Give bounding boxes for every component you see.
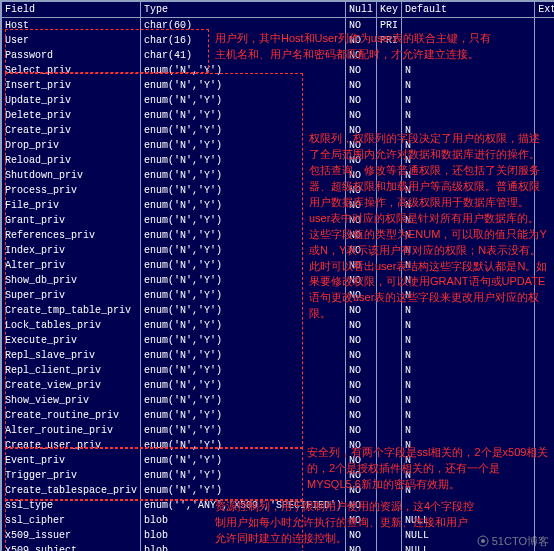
cell-key	[377, 543, 402, 551]
table-row: Repl_client_privenum('N','Y')NON	[2, 363, 555, 378]
cell-field: Shutdown_priv	[2, 168, 141, 183]
cell-key	[377, 348, 402, 363]
cell-default: N	[402, 378, 535, 393]
cell-default	[402, 498, 535, 513]
cell-null: NO	[346, 303, 377, 318]
cell-field: Execute_priv	[2, 333, 141, 348]
cell-field: Process_priv	[2, 183, 141, 198]
cell-key	[377, 423, 402, 438]
cell-type: enum('N','Y')	[141, 348, 346, 363]
cell-type: blob	[141, 543, 346, 551]
cell-key	[377, 333, 402, 348]
cell-default: N	[402, 318, 535, 333]
table-row: Create_view_privenum('N','Y')NON	[2, 378, 555, 393]
cell-key	[377, 363, 402, 378]
cell-field: x509_subject	[2, 543, 141, 551]
table-row: Insert_privenum('N','Y')NON	[2, 78, 555, 93]
cell-null: NO	[346, 408, 377, 423]
hdr-type: Type	[141, 2, 346, 18]
cell-default: N	[402, 228, 535, 243]
cell-field: Repl_client_priv	[2, 363, 141, 378]
cell-field: Create_tablespace_priv	[2, 483, 141, 498]
cell-field: Trigger_priv	[2, 468, 141, 483]
svg-point-1	[481, 539, 485, 543]
cell-default: N	[402, 303, 535, 318]
cell-type: enum('N','Y')	[141, 318, 346, 333]
table-row: Index_privenum('N','Y')NON	[2, 243, 555, 258]
cell-type: enum('N','Y')	[141, 243, 346, 258]
cell-null: NO	[346, 468, 377, 483]
cell-null: NO	[346, 138, 377, 153]
cell-null: NO	[346, 528, 377, 543]
cell-default: N	[402, 198, 535, 213]
cell-field: Create_view_priv	[2, 378, 141, 393]
table-row: File_privenum('N','Y')NON	[2, 198, 555, 213]
table-row: Show_db_privenum('N','Y')NON	[2, 273, 555, 288]
cell-field: Create_user_priv	[2, 438, 141, 453]
cell-extra	[535, 258, 554, 273]
cell-key	[377, 138, 402, 153]
cell-type: char(16)	[141, 33, 346, 48]
cell-field: Super_priv	[2, 288, 141, 303]
cell-field: Select_priv	[2, 63, 141, 78]
cell-default: N	[402, 108, 535, 123]
cell-default: NULL	[402, 513, 535, 528]
cell-type: blob	[141, 528, 346, 543]
cell-default: N	[402, 243, 535, 258]
table-row: Reload_privenum('N','Y')NON	[2, 153, 555, 168]
cell-extra	[535, 93, 554, 108]
table-row: Create_tablespace_privenum('N','Y')NON	[2, 483, 555, 498]
cell-null: NO	[346, 213, 377, 228]
cell-extra	[535, 48, 554, 63]
cell-extra	[535, 393, 554, 408]
cell-field: Show_db_priv	[2, 273, 141, 288]
cell-default: N	[402, 453, 535, 468]
cell-key	[377, 183, 402, 198]
cell-key	[377, 273, 402, 288]
cell-extra	[535, 138, 554, 153]
hdr-extra: Extra	[535, 2, 554, 18]
cell-null: NO	[346, 498, 377, 513]
table-row: Alter_routine_privenum('N','Y')NON	[2, 423, 555, 438]
cell-type: enum('N','Y')	[141, 123, 346, 138]
cell-null: NO	[346, 63, 377, 78]
cell-type: enum('N','Y')	[141, 258, 346, 273]
cell-field: Lock_tables_priv	[2, 318, 141, 333]
cell-null: NO	[346, 228, 377, 243]
cell-key	[377, 78, 402, 93]
table-row: Select_privenum('N','Y')NON	[2, 63, 555, 78]
watermark-icon	[477, 535, 489, 547]
cell-extra	[535, 123, 554, 138]
cell-key: PRI	[377, 33, 402, 48]
cell-type: enum('N','Y')	[141, 168, 346, 183]
cell-type: enum('N','Y')	[141, 93, 346, 108]
cell-null: NO	[346, 453, 377, 468]
cell-null: NO	[346, 363, 377, 378]
mysql-user-table-screenshot: Field Type Null Key Default Extra Hostch…	[0, 0, 554, 551]
cell-extra	[535, 348, 554, 363]
cell-null: NO	[346, 543, 377, 551]
cell-key	[377, 63, 402, 78]
cell-extra	[535, 288, 554, 303]
cell-default: N	[402, 213, 535, 228]
cell-key	[377, 198, 402, 213]
cell-type: enum('N','Y')	[141, 288, 346, 303]
cell-type: enum('N','Y')	[141, 393, 346, 408]
cell-type: enum('N','Y')	[141, 423, 346, 438]
cell-default: N	[402, 93, 535, 108]
cell-key	[377, 378, 402, 393]
cell-field: Drop_priv	[2, 138, 141, 153]
cell-field: Host	[2, 18, 141, 34]
table-row: Update_privenum('N','Y')NON	[2, 93, 555, 108]
cell-key	[377, 168, 402, 183]
cell-key	[377, 453, 402, 468]
cell-field: Grant_priv	[2, 213, 141, 228]
cell-default: N	[402, 183, 535, 198]
cell-type: char(60)	[141, 18, 346, 34]
cell-default: N	[402, 438, 535, 453]
table-row: Shutdown_privenum('N','Y')NON	[2, 168, 555, 183]
table-row: Lock_tables_privenum('N','Y')NON	[2, 318, 555, 333]
table-row: Trigger_privenum('N','Y')NON	[2, 468, 555, 483]
cell-type: enum('','ANY','X509','SPECIFIED')	[141, 498, 346, 513]
cell-type: enum('N','Y')	[141, 183, 346, 198]
